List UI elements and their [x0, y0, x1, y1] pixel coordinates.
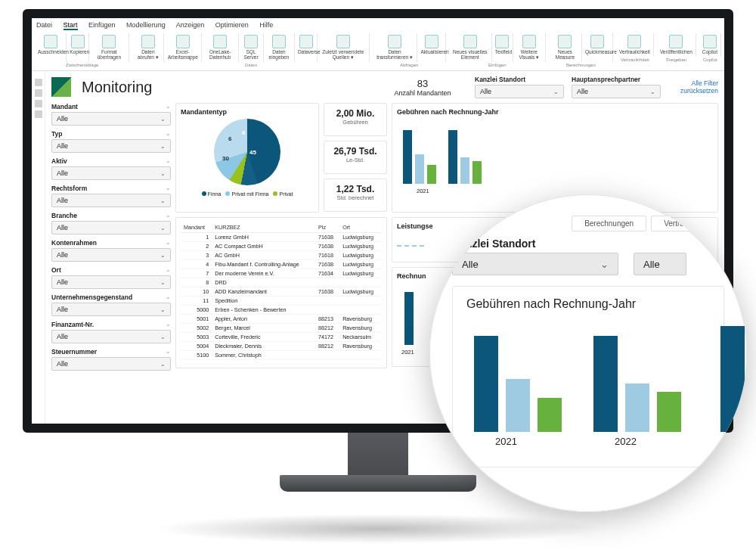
ribbon-button[interactable]: Daten abrufen ▾ [132, 33, 164, 62]
filter-hauptansprechpartner[interactable]: Alle ⌄ [572, 85, 661, 98]
kpi-value: 26,79 Tsd. [329, 146, 382, 157]
ribbon-button[interactable]: Daten transformieren ▾ [373, 33, 418, 62]
bar [720, 326, 745, 432]
chevron-down-icon: ⌄ [160, 306, 166, 313]
menu-start[interactable]: Start [64, 21, 78, 30]
chevron-down-icon: ⌄ [160, 197, 166, 204]
side-filter-select[interactable]: Alle⌄ [51, 303, 171, 316]
ribbon-button[interactable]: Veröffentlichen [657, 33, 696, 57]
ribbon-button[interactable]: SQL Server [239, 33, 264, 62]
table-header[interactable]: Plz [315, 222, 339, 233]
mag-filter-2[interactable]: Alle [634, 253, 686, 275]
tab-berechnungen[interactable]: Berechnungen [572, 216, 646, 231]
ribbon-button[interactable]: Neues Measure [549, 33, 582, 62]
side-filter-select[interactable]: Alle⌄ [51, 221, 171, 234]
chevron-down-icon: ⌄ [553, 89, 559, 95]
ribbon-button[interactable]: Kopieren [67, 33, 89, 62]
mag-bar-chart[interactable]: 2021 2022 [466, 318, 710, 447]
ribbon-button[interactable]: Textfeld [492, 33, 513, 62]
ribbon-group-title: Vertraulichkeit [621, 57, 649, 62]
side-filter-select[interactable]: Alle⌄ [51, 166, 171, 180]
nav-data-icon[interactable] [35, 89, 42, 97]
bar [448, 130, 457, 184]
side-filter-select[interactable]: Alle⌄ [51, 275, 171, 289]
chevron-down-icon: ⌄ [650, 89, 655, 95]
table-row[interactable]: 10ADD Kanzleimandant71638Ludwigsburg [181, 287, 382, 297]
ribbon-button[interactable]: Weitere Visuals ▾ [513, 33, 546, 62]
filters-panel: Mandant⌄Alle⌄Typ⌄Alle⌄Aktiv⌄Alle⌄Rechtsf… [51, 103, 171, 375]
kpi-label: Std. berechnet [329, 194, 382, 201]
ribbon-button[interactable]: Copilot [699, 33, 721, 57]
table-row[interactable]: 5100Sommer, Christoph [181, 351, 382, 360]
bar [460, 157, 469, 184]
zoom-lens: Berechnungen Vertraulichkeit Kanzlei Sta… [429, 194, 747, 512]
table-row[interactable]: 3AC GmbH71618Ludwigsburg [181, 251, 382, 260]
kpi-value: 83 [381, 78, 464, 89]
ribbon-group-title: Daten [245, 63, 257, 67]
ribbon-button[interactable]: Quickmeasure [582, 33, 613, 62]
table-row[interactable]: 5001Appler, Anton88213Ravensburg [181, 315, 382, 324]
ribbon-button[interactable]: Ausschneiden [35, 33, 67, 62]
table-header[interactable]: Ort [339, 222, 382, 233]
table-row[interactable]: 5003Corteville, Frederic74172Neckarsulm [181, 333, 382, 342]
table-row[interactable]: 5002Berger, Marcel88212Ravensburg [181, 324, 382, 333]
card-title: Gebühren nach Rechnung-Jahr [397, 108, 713, 116]
table-row[interactable]: 5004Dieckmaier, Dennis88212Ravensburg [181, 342, 382, 351]
ribbon-button[interactable]: Excel-Arbeitsmappe [164, 33, 202, 62]
table-row[interactable]: 1Lorenz GmbH71638Ludwigsburg [181, 233, 382, 242]
ribbon-button[interactable]: Dataverse [295, 33, 318, 62]
menu-modellierung[interactable]: Modellierung [126, 21, 166, 29]
ribbon-group-title: Berechnungen [566, 63, 596, 67]
table-row[interactable]: 11Spedition [181, 297, 382, 306]
table-header[interactable]: KURZBEZ [212, 222, 315, 233]
table-row[interactable]: 8DRD [181, 278, 382, 287]
side-filter-select[interactable]: Alle⌄ [51, 248, 171, 262]
table-header[interactable]: Mandant [181, 222, 212, 233]
ribbon-button[interactable]: Daten eingeben [264, 33, 295, 62]
menu-datei[interactable]: Datei [36, 21, 52, 29]
nav-model-icon[interactable] [35, 100, 42, 107]
menu-optimieren[interactable]: Optimieren [215, 21, 249, 29]
ribbon-button[interactable]: Neues visuelles Element [449, 33, 492, 62]
ribbon-button[interactable]: Format übertragen [89, 33, 129, 62]
side-filter-select[interactable]: Alle⌄ [51, 139, 171, 153]
pie-legend: Firma Privat mit Firma Privat [181, 191, 314, 197]
pie-chart[interactable] [214, 119, 280, 185]
nav-dax-icon[interactable] [35, 110, 42, 118]
chevron-down-icon: ⌄ [160, 279, 166, 286]
filter-label: Kontenrahmen⌄ [51, 239, 171, 247]
table-row[interactable]: 7Der moderne Verein e.V.71634Ludwigsburg [181, 269, 382, 278]
mandanten-table[interactable]: MandantKURZBEZPlzOrt1Lorenz GmbH71638Lud… [181, 222, 382, 360]
filter-label: Mandant⌄ [51, 103, 171, 110]
side-filter-select[interactable]: Alle⌄ [51, 112, 171, 126]
menu-einfuegen[interactable]: Einfügen [88, 21, 116, 29]
kpi-label: Anzahl Mandanten [381, 89, 464, 97]
ribbon-button[interactable]: Aktualisieren [417, 33, 445, 62]
side-filter-select[interactable]: Alle⌄ [51, 330, 171, 343]
card-mandanten-table: MandantKURZBEZPlzOrt1Lorenz GmbH71638Lud… [175, 217, 387, 368]
monitor-stand-base [280, 475, 476, 492]
side-filter-select[interactable]: Alle⌄ [51, 194, 171, 207]
table-row[interactable]: 4Fibu-Mandant f. Controlling-Anlage71638… [181, 260, 382, 269]
filter-kanzlei-standort[interactable]: Alle ⌄ [475, 85, 564, 98]
menu-hilfe[interactable]: Hilfe [259, 21, 273, 29]
table-row[interactable]: 5000Erben - Schenken - Bewerten [181, 306, 382, 315]
kpi-anzahl-mandanten: 83 Anzahl Mandanten [381, 78, 464, 97]
ribbon-button[interactable]: Vertraulichkeit [616, 33, 654, 57]
x-axis-label: 2021 [417, 188, 429, 194]
mag-filter-kanzlei[interactable]: Alle ⌄ [452, 253, 618, 275]
kpi-lestd: 26,79 Tsd. Le-Std. [324, 141, 387, 174]
side-filter-select[interactable]: Alle⌄ [51, 357, 171, 371]
bar-chart[interactable]: 2021 [397, 119, 713, 194]
ribbon-button[interactable]: OneLake-Datenhub [202, 33, 239, 62]
reset-all-filters-link[interactable]: Alle Filter zurücksetzen [671, 79, 718, 95]
chevron-down-icon: ⌄ [160, 116, 166, 123]
x-axis-2021: 2021 [495, 436, 517, 447]
filter-value: Alle [462, 259, 479, 270]
nav-report-icon[interactable] [35, 79, 42, 86]
table-row[interactable]: 2AC Compact GmbH71638Ludwigsburg [181, 242, 382, 251]
menu-anzeigen[interactable]: Anzeigen [176, 21, 205, 29]
ribbon-button[interactable]: Zuletzt verwendete Quellen ▾ [318, 33, 370, 62]
bar [403, 130, 412, 184]
chevron-down-icon: ⌄ [160, 252, 166, 259]
